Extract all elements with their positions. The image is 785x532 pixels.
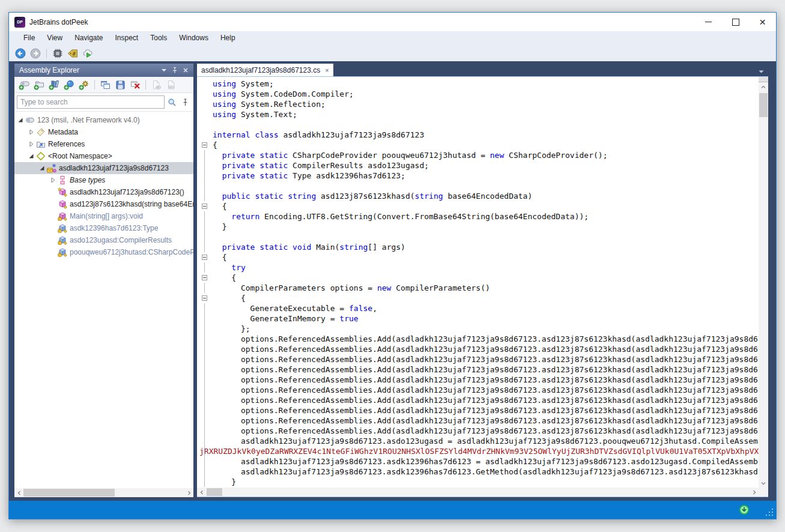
fold-margin: [197, 119, 213, 130]
search-icon[interactable]: [166, 97, 178, 107]
tree-expander-expanded-icon[interactable]: [17, 116, 24, 124]
menu-item-navigate[interactable]: Navigate: [68, 31, 109, 45]
open-assembly-button[interactable]: [17, 78, 31, 91]
tree-row[interactable]: asdladkh123ujaf7123ja9s8d67123: [14, 162, 193, 174]
fold-margin: [197, 283, 213, 293]
maximize-button[interactable]: [722, 13, 749, 31]
scroll-right-button[interactable]: [750, 488, 759, 497]
pin-button[interactable]: [169, 65, 180, 75]
code-text: public static string asd123j87s6123khasd…: [213, 191, 759, 201]
tree-row[interactable]: References: [14, 138, 193, 150]
panel-close-button[interactable]: [180, 65, 191, 75]
fold-collapse-icon[interactable]: [202, 275, 207, 280]
open-from-process-button[interactable]: [77, 78, 91, 91]
scroll-right-button[interactable]: [184, 488, 193, 497]
fold-margin[interactable]: [197, 201, 213, 211]
editor-vertical-scrollbar[interactable]: [759, 77, 768, 488]
assembly-tree[interactable]: 123 (msil, .Net Framework v4.0)MetadataR…: [14, 112, 193, 488]
fold-margin[interactable]: [197, 293, 213, 303]
code-text: private static void Main(string[] args): [213, 242, 759, 252]
fold-collapse-icon[interactable]: [202, 255, 207, 260]
remove-assembly-button[interactable]: [128, 78, 142, 91]
fold-collapse-icon[interactable]: [202, 295, 207, 301]
open-from-nuget-button[interactable]: [62, 78, 76, 91]
scroll-left-button[interactable]: [14, 488, 23, 497]
tree-horizontal-scrollbar[interactable]: [14, 488, 193, 497]
menu-item-help[interactable]: Help: [214, 31, 241, 45]
save-assembly-list-button[interactable]: [113, 78, 127, 91]
editor-horizontal-scrollbar[interactable]: [197, 488, 759, 497]
tree-row[interactable]: asdladkh123ujaf7123ja9s8d67123(): [14, 186, 193, 198]
scroll-up-button[interactable]: [759, 82, 768, 91]
nav-forward-button[interactable]: [29, 47, 42, 60]
process-explorer-button[interactable]: [51, 47, 64, 60]
tree-row[interactable]: Main(string[] args):void: [14, 210, 193, 222]
fold-margin[interactable]: [197, 252, 213, 262]
run-cloud-button[interactable]: [81, 47, 94, 60]
nav-back-button[interactable]: [14, 47, 27, 60]
open-folder-button[interactable]: [32, 78, 46, 91]
code-line: {: [197, 252, 759, 262]
menu-item-inspect[interactable]: Inspect: [109, 31, 145, 45]
minimize-button[interactable]: [695, 13, 722, 31]
icon-open-folder-icon: [34, 80, 45, 90]
code-text: }: [213, 222, 759, 232]
scroll-thumb[interactable]: [759, 93, 768, 117]
scroll-left-button[interactable]: [197, 488, 206, 497]
assembly-explorer-header[interactable]: Assembly Explorer: [14, 64, 193, 77]
fold-collapse-icon[interactable]: [202, 142, 207, 148]
code-line: using System.Reflection;: [197, 99, 759, 109]
tree-row[interactable]: poouqweu6712j3hutasd:CSharpCodePro: [14, 246, 193, 258]
fold-margin: [197, 313, 213, 324]
tree-expander-expanded-icon[interactable]: [28, 153, 35, 160]
fold-collapse-icon[interactable]: [202, 204, 207, 209]
scroll-thumb[interactable]: [207, 488, 222, 496]
fold-margin: [197, 109, 213, 119]
tab-close-icon[interactable]: ×: [325, 67, 329, 74]
menu-item-view[interactable]: View: [41, 31, 68, 45]
scroll-thumb[interactable]: [23, 489, 115, 497]
document-tab[interactable]: asdladkh123ujaf7123ja9s8d67123.cs ×: [197, 64, 333, 76]
tree-row[interactable]: asdo123ugasd:CompilerResults: [14, 234, 193, 246]
fold-margin[interactable]: [197, 140, 213, 150]
tree-expander-collapsed-icon[interactable]: [49, 177, 56, 184]
tree-row[interactable]: asdk12396has7d6123:Type: [14, 222, 193, 234]
icon-nav-forward-icon: [30, 48, 41, 59]
tree-row[interactable]: Metadata: [14, 126, 193, 138]
arrow-spacer: [49, 213, 56, 220]
code-text: options.ReferencedAssemblies.Add(asdladk…: [213, 385, 759, 395]
locate-symbol-button[interactable]: #: [66, 47, 79, 60]
tree-row[interactable]: Base types: [14, 174, 193, 186]
process-explorer-icon: [52, 48, 63, 59]
search-input[interactable]: [17, 95, 165, 109]
menu-item-windows[interactable]: Windows: [173, 31, 214, 45]
tree-row[interactable]: 123 (msil, .Net Framework v4.0): [14, 114, 193, 126]
chevron-down-icon: [160, 67, 168, 74]
tree-expander-collapsed-icon[interactable]: [28, 128, 35, 136]
code-text: options.ReferencedAssemblies.Add(asdladk…: [213, 395, 759, 405]
scroll-down-button[interactable]: [759, 479, 768, 488]
fold-margin[interactable]: [197, 273, 213, 283]
splitter-handle[interactable]: [759, 77, 768, 82]
update-available-icon[interactable]: [739, 504, 750, 515]
close-button[interactable]: ✕: [749, 13, 776, 31]
window-menu-button[interactable]: [159, 65, 169, 75]
resize-grip[interactable]: [765, 508, 774, 516]
tree-row[interactable]: <Root Namespace>: [14, 150, 193, 162]
tab-list-chevron-icon[interactable]: [758, 66, 765, 77]
tree-expander-collapsed-icon[interactable]: [28, 141, 35, 148]
code-editor[interactable]: using System;using System.CodeDom.Compil…: [197, 77, 759, 488]
search-pin-icon[interactable]: [179, 97, 191, 107]
tree-expander-expanded-icon[interactable]: [38, 165, 46, 172]
explore-folders-button[interactable]: [98, 78, 112, 91]
open-from-list-button[interactable]: [47, 78, 61, 91]
tree-row[interactable]: asd123j87s6123khasd(string base64Encod: [14, 198, 193, 210]
code-text: using System;: [213, 79, 759, 89]
menu-item-tools[interactable]: Tools: [144, 31, 173, 45]
tree-item-label: Main(string[] args):void: [70, 212, 143, 220]
code-line: }: [197, 477, 759, 487]
menu-item-file[interactable]: File: [17, 31, 41, 45]
window-title: JetBrains dotPeek: [29, 18, 88, 26]
arrow-spacer: [49, 189, 56, 196]
code-line: options.ReferencedAssemblies.Add(asdladk…: [197, 334, 759, 344]
